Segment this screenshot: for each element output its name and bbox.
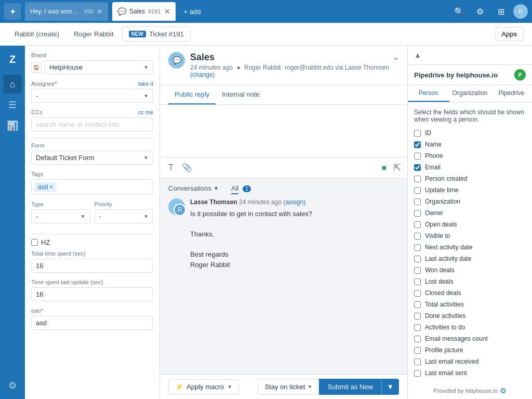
- field-update-time-checkbox[interactable]: [414, 187, 421, 194]
- conversations-tab[interactable]: Conversations ▼: [168, 184, 219, 192]
- type-field-group: Type - ▼: [31, 201, 90, 223]
- field-email-messages-label: Email messages count: [425, 335, 488, 342]
- field-email-messages-checkbox[interactable]: [414, 336, 421, 342]
- field-row-field-visible-to: Visible to: [414, 232, 526, 240]
- cc-me-link[interactable]: cc me: [138, 109, 153, 115]
- tab-active-close[interactable]: ✕: [164, 7, 170, 16]
- compose-tab-internal-note[interactable]: Internal note: [216, 85, 265, 104]
- nav-tab-rabbit-create[interactable]: Rabbit (create): [8, 27, 65, 41]
- attach-button[interactable]: 📎: [180, 161, 194, 175]
- type-label: Type: [31, 201, 90, 207]
- stay-on-ticket-button[interactable]: Stay on ticket ▼: [258, 379, 319, 395]
- conversations-area: Conversations ▼ All 1 L R Lasse Thomsen: [160, 178, 407, 374]
- field-phone-label: Phone: [425, 152, 443, 159]
- field-last-activity-checkbox[interactable]: [414, 256, 421, 262]
- field-total-activities-checkbox[interactable]: [414, 301, 421, 308]
- panel-tabs: Person Organization Pipedrive: [408, 85, 532, 102]
- total-time-input[interactable]: [31, 259, 153, 273]
- field-owner-checkbox[interactable]: [414, 210, 421, 217]
- field-visible-to-label: Visible to: [425, 232, 450, 240]
- nav-reports-icon[interactable]: 📊: [3, 116, 22, 135]
- field-phone-checkbox[interactable]: [414, 153, 421, 159]
- field-row-field-last-email-received: Last email received: [414, 358, 526, 365]
- nav-tab-roger-rabbit[interactable]: Roger Rabbit: [68, 27, 120, 41]
- field-last-email-received-label: Last email received: [425, 358, 478, 365]
- tab-active[interactable]: 💬 Sales #191 ✕: [112, 2, 176, 21]
- search-button[interactable]: 🔍: [451, 3, 468, 20]
- panel-tab-organization[interactable]: Organization: [449, 85, 491, 102]
- ticket-options-button[interactable]: ⌄: [392, 52, 399, 62]
- compose-area: Public reply Internal note T 📎 ● ⇱: [160, 85, 407, 178]
- field-activities-to-do-checkbox[interactable]: [414, 324, 421, 331]
- field-id-checkbox[interactable]: [414, 130, 421, 137]
- nav-logo-icon[interactable]: Z: [3, 50, 22, 69]
- user-avatar[interactable]: R: [513, 4, 528, 19]
- field-organization-checkbox[interactable]: [414, 198, 421, 205]
- nav-settings-icon[interactable]: ⚙: [3, 376, 22, 395]
- field-won-deals-label: Won deals: [425, 267, 454, 274]
- ean-input[interactable]: [31, 316, 153, 330]
- panel-tab-person[interactable]: Person: [408, 85, 449, 102]
- expand-compose-button[interactable]: ⇱: [393, 162, 401, 174]
- divider-2: [31, 234, 153, 234]
- format-text-button[interactable]: T: [166, 161, 176, 175]
- field-name-checkbox[interactable]: [414, 141, 421, 148]
- field-row-field-update-time: Update time: [414, 187, 526, 194]
- field-won-deals-checkbox[interactable]: [414, 267, 421, 274]
- time-update-input[interactable]: [31, 287, 153, 301]
- main-area: Z ⌂ ☰ 📊 ⚙ Brand 🏠 HelpHouse ▼ Assignee: [0, 46, 532, 399]
- assign-link[interactable]: (assign): [283, 198, 305, 206]
- compose-tab-public-reply[interactable]: Public reply: [168, 85, 216, 104]
- field-open-deals-checkbox[interactable]: [414, 221, 421, 228]
- apps-grid-button[interactable]: ⊞: [493, 3, 509, 20]
- field-email-checkbox[interactable]: [414, 164, 421, 171]
- form-select[interactable]: Default Ticket Form ▼: [31, 151, 153, 165]
- take-it-link[interactable]: take it: [138, 81, 153, 87]
- ai-compose-icon[interactable]: ●: [381, 162, 387, 173]
- all-tab[interactable]: All: [231, 184, 238, 194]
- field-person-created-checkbox[interactable]: [414, 176, 421, 182]
- priority-select[interactable]: - ▼: [95, 209, 154, 223]
- settings-icon-button[interactable]: ⚙: [472, 3, 488, 20]
- tag-remove-icon[interactable]: ×: [49, 183, 53, 191]
- nav-home-icon[interactable]: ⌂: [3, 75, 22, 94]
- submit-group: Stay on ticket ▼ Submit as New ▼: [258, 379, 399, 395]
- field-row-field-name: Name: [414, 141, 526, 148]
- field-closed-deals-checkbox[interactable]: [414, 290, 421, 297]
- right-panel: ▲ Pipedrive by helphouse.io P Person Org…: [407, 46, 532, 399]
- panel-collapse-button[interactable]: ▲: [414, 51, 421, 59]
- assignee-select[interactable]: - ▼: [31, 89, 153, 103]
- field-visible-to-checkbox[interactable]: [414, 233, 421, 240]
- brand-select[interactable]: HelpHouse ▼: [45, 60, 153, 74]
- ccs-input[interactable]: [31, 117, 153, 131]
- panel-settings-icon[interactable]: ⚙: [500, 387, 507, 395]
- tags-container[interactable]: asd ×: [31, 179, 153, 195]
- tab-inactive[interactable]: Hey, I was wondering if I c... #90 ✕: [25, 2, 108, 21]
- tab-active-num: #191: [148, 8, 161, 15]
- field-last-email-sent-checkbox[interactable]: [414, 370, 421, 377]
- panel-tab-pipedrive[interactable]: Pipedrive: [490, 85, 532, 102]
- apps-button[interactable]: Apps: [495, 27, 524, 41]
- compose-toolbar-left: T 📎: [166, 161, 194, 175]
- field-next-activity-checkbox[interactable]: [414, 244, 421, 251]
- add-tab-button[interactable]: + add: [180, 8, 205, 16]
- field-row-field-activities-to-do: Activities to do: [414, 324, 526, 331]
- brand-label: Brand: [31, 52, 153, 58]
- apply-macro-button[interactable]: ⚡ Apply macro ▼: [168, 379, 239, 394]
- field-name-label: Name: [425, 141, 442, 148]
- field-done-activities-checkbox[interactable]: [414, 313, 421, 320]
- field-last-email-received-checkbox[interactable]: [414, 358, 421, 365]
- nav-tab-ticket[interactable]: NEW Ticket #191: [122, 26, 191, 42]
- hz-checkbox[interactable]: [31, 239, 38, 246]
- change-link[interactable]: (change): [190, 71, 215, 78]
- submit-as-new-button[interactable]: Submit as New: [319, 379, 381, 395]
- nav-views-icon[interactable]: ☰: [3, 96, 22, 114]
- submit-dropdown-button[interactable]: ▼: [381, 379, 399, 395]
- top-bar-right: 🔍 ⚙ ⊞ R: [451, 3, 528, 20]
- compose-body[interactable]: [160, 105, 407, 157]
- assignee-chevron-icon: ▼: [143, 93, 149, 99]
- field-profile-picture-checkbox[interactable]: [414, 347, 421, 354]
- field-lost-deals-checkbox[interactable]: [414, 278, 421, 285]
- type-select[interactable]: - ▼: [31, 209, 90, 223]
- tab-inactive-close[interactable]: ✕: [97, 7, 103, 16]
